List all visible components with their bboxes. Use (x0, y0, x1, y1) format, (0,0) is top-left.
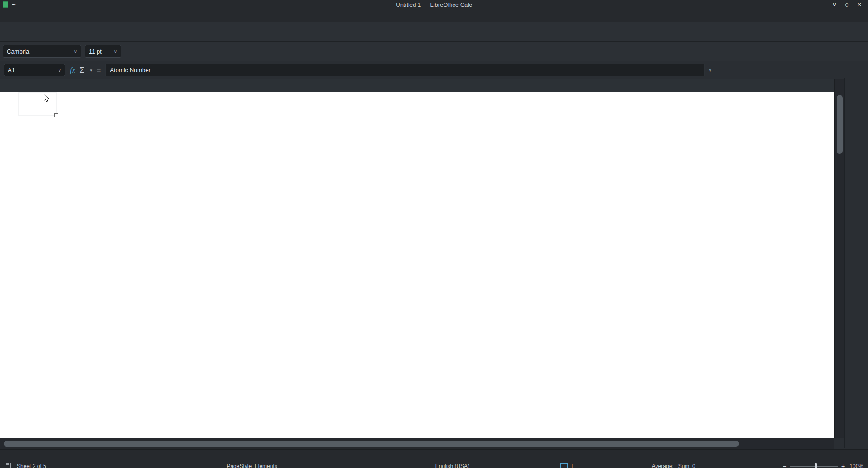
standard-toolbar (0, 22, 868, 42)
window-title: Untitled 1 — LibreOffice Calc (0, 1, 868, 8)
sum-icon[interactable]: Σ (80, 66, 84, 74)
function-wizard-icon[interactable]: fx (70, 66, 75, 74)
minimize-button[interactable]: ∨ (833, 0, 837, 9)
formula-bar: A1 ∨ fx Σ ▾ = Atomic Number ∨ (0, 61, 868, 79)
horizontal-scrollbar-thumb[interactable] (4, 441, 739, 447)
grid (0, 79, 834, 438)
titlebar: ✒ Untitled 1 — LibreOffice Calc ∨◇✕ (0, 0, 868, 9)
libreoffice-calc-window: ✒ Untitled 1 — LibreOffice Calc ∨◇✕ Camb… (0, 0, 868, 468)
app-icon (3, 1, 8, 8)
average-sum: Average: ; Sum: 0 (652, 463, 695, 468)
pin-icon: ✒ (12, 2, 16, 8)
name-box[interactable]: A1 ∨ (4, 64, 65, 76)
close-button[interactable]: ✕ (857, 0, 862, 9)
column-headers (0, 79, 834, 92)
formatting-toolbar: Cambria ∨ 11 pt ∨ (0, 42, 868, 61)
chevron-down-icon: ∨ (74, 49, 77, 54)
sheet-tab-bar (0, 449, 868, 461)
expand-formula-bar-icon[interactable]: ∨ (708, 67, 712, 73)
menubar (0, 9, 868, 22)
window-controls: ∨◇✕ (833, 0, 865, 9)
zoom-slider[interactable]: − + (783, 463, 845, 468)
zoom-slider-thumb[interactable] (815, 463, 817, 468)
zoom-in-icon[interactable]: + (841, 463, 845, 468)
page-style[interactable]: PageStyle_Elements (227, 463, 277, 468)
sheet-info: Sheet 2 of 5 (17, 463, 46, 468)
insert-mode-icon: I (571, 463, 574, 468)
formula-input[interactable]: Atomic Number (105, 64, 705, 76)
spreadsheet-area (0, 79, 868, 438)
cell-reference: A1 (8, 67, 15, 74)
chevron-down-icon[interactable]: ▾ (90, 68, 92, 73)
font-size-combo[interactable]: 11 pt ∨ (85, 45, 121, 58)
zoom-level: 100% (849, 463, 863, 468)
sidebar (844, 78, 868, 448)
chevron-down-icon: ∨ (114, 49, 117, 54)
status-bar: Sheet 2 of 5 PageStyle_Elements English … (0, 461, 868, 468)
maximize-button[interactable]: ◇ (845, 0, 849, 9)
vertical-scrollbar[interactable] (834, 79, 845, 438)
mouse-pointer (44, 94, 50, 103)
document-modified-icon (5, 463, 11, 468)
zoom-out-icon[interactable]: − (783, 463, 786, 468)
font-name-combo[interactable]: Cambria ∨ (3, 45, 81, 58)
equals-icon[interactable]: = (97, 66, 101, 74)
cell-cursor (18, 92, 57, 116)
horizontal-scrollbar[interactable] (0, 438, 834, 449)
text-language[interactable]: English (USA) (435, 463, 469, 468)
chevron-down-icon: ∨ (58, 68, 61, 73)
vertical-scrollbar-thumb[interactable] (837, 95, 843, 154)
selection-mode-icon[interactable] (560, 463, 568, 468)
separator (128, 46, 128, 57)
